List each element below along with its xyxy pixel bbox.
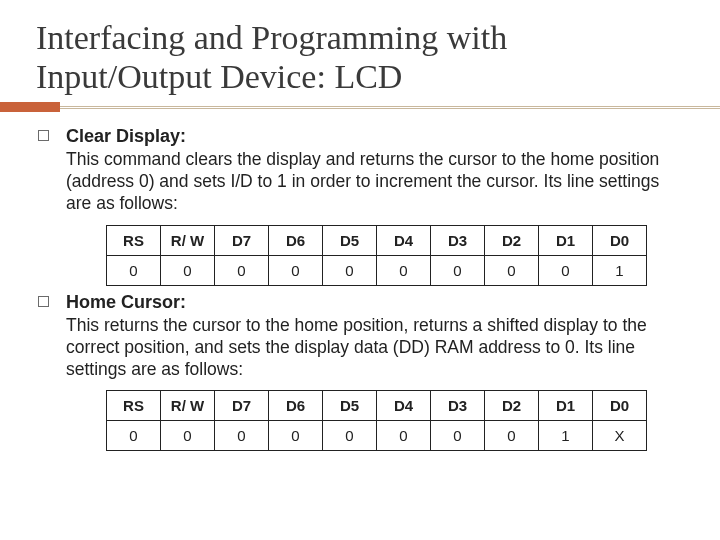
cell: 0 [269,421,323,451]
col-header: R/ W [161,225,215,255]
section-body: This command clears the display and retu… [66,149,684,215]
page-title: Interfacing and Programming with Input/O… [36,18,684,96]
cell: 0 [377,421,431,451]
section-body: This returns the cursor to the home posi… [66,315,684,381]
cell: 0 [485,255,539,285]
cell: 0 [323,255,377,285]
cell: 0 [485,421,539,451]
col-header: D1 [539,391,593,421]
bullet-item: Home Cursor: This returns the cursor to … [36,292,684,381]
col-header: D0 [593,225,647,255]
col-header: RS [107,391,161,421]
cell: X [593,421,647,451]
home-cursor-table: RS R/ W D7 D6 D5 D4 D3 D2 D1 D0 0 0 0 0 … [106,390,647,451]
col-header: D3 [431,391,485,421]
col-header: D2 [485,391,539,421]
cell: 0 [269,255,323,285]
table-row: RS R/ W D7 D6 D5 D4 D3 D2 D1 D0 [107,391,647,421]
cell: 0 [431,421,485,451]
col-header: D4 [377,225,431,255]
col-header: D7 [215,225,269,255]
section-heading: Clear Display: [66,126,684,147]
cell: 0 [107,421,161,451]
clear-display-table: RS R/ W D7 D6 D5 D4 D3 D2 D1 D0 0 0 0 0 … [106,225,647,286]
square-bullet-icon [38,130,49,141]
col-header: D6 [269,391,323,421]
rule-line [0,106,720,109]
rule-accent [0,102,60,112]
cell: 1 [593,255,647,285]
cell: 0 [161,255,215,285]
square-bullet-icon [38,296,49,307]
slide: Interfacing and Programming with Input/O… [0,0,720,451]
col-header: D5 [323,391,377,421]
table-row: 0 0 0 0 0 0 0 0 0 1 [107,255,647,285]
table-row: RS R/ W D7 D6 D5 D4 D3 D2 D1 D0 [107,225,647,255]
bullet-item: Clear Display: This command clears the d… [36,126,684,215]
section-heading: Home Cursor: [66,292,684,313]
col-header: R/ W [161,391,215,421]
cell: 0 [431,255,485,285]
col-header: D0 [593,391,647,421]
col-header: D1 [539,225,593,255]
cell: 0 [539,255,593,285]
cell: 0 [161,421,215,451]
cell: 0 [107,255,161,285]
table-row: 0 0 0 0 0 0 0 0 1 X [107,421,647,451]
col-header: RS [107,225,161,255]
col-header: D6 [269,225,323,255]
col-header: D7 [215,391,269,421]
col-header: D4 [377,391,431,421]
cell: 0 [377,255,431,285]
cell: 0 [215,421,269,451]
col-header: D5 [323,225,377,255]
cell: 0 [323,421,377,451]
title-rule [0,102,720,112]
cell: 0 [215,255,269,285]
col-header: D2 [485,225,539,255]
cell: 1 [539,421,593,451]
col-header: D3 [431,225,485,255]
